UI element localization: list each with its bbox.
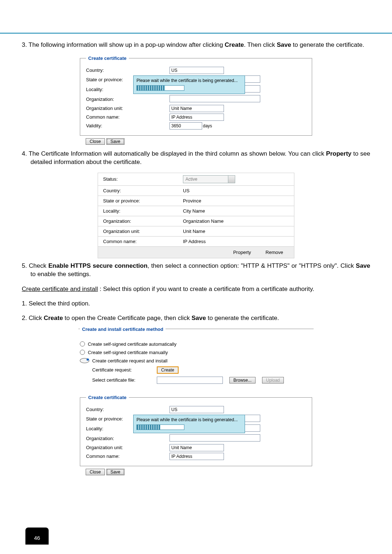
country-input-2[interactable]: US <box>170 406 224 413</box>
step3-text: 3. The following information will show u… <box>22 41 370 49</box>
browse-button[interactable]: Browse... <box>229 377 256 383</box>
step4-property: Property <box>326 150 351 157</box>
cci-step1: 1. Select the third option. <box>22 300 370 308</box>
cert-country-value: US <box>183 188 189 193</box>
locality-label-2: Locality: <box>86 426 137 431</box>
state-label-2: State or province: <box>86 416 137 422</box>
cert-common-value: IP Address <box>183 239 206 244</box>
close-button-2[interactable]: Close <box>86 469 105 475</box>
method-legend: Create and install certificate method <box>80 327 166 332</box>
step5-enable-https: Enable HTTPS secure connection <box>48 262 147 269</box>
validity-label: Validity: <box>86 123 137 128</box>
radio-manual[interactable] <box>80 350 85 355</box>
cert-country-label: Country: <box>103 188 183 193</box>
validity-unit: days <box>203 123 212 128</box>
locality-label: Locality: <box>86 87 137 92</box>
cci-step2-create: Create <box>44 315 63 321</box>
generating-overlay: Please wait while the certificate is bei… <box>133 75 245 94</box>
step3-mid: . Then click <box>244 41 277 48</box>
organization-label-2: Organization: <box>86 436 137 441</box>
orgunit-value-2: Unit Name <box>171 445 192 450</box>
method-opt2-label: Create self-signed certificate manually <box>88 350 168 355</box>
cci-title: Create certificate and install <box>22 286 98 292</box>
organization-input-2[interactable] <box>170 434 260 442</box>
cci-step2-c: to generate the certificate. <box>206 315 279 321</box>
radio-request-install[interactable] <box>80 358 89 363</box>
step3-part: 3. The following information will show u… <box>22 41 225 48</box>
cert-status-value: Active <box>185 177 197 182</box>
progress-bar <box>136 85 184 91</box>
panel2-legend: Create certificate <box>86 395 129 400</box>
cert-state-value: Province <box>183 198 201 204</box>
validity-value: 3650 <box>171 123 181 128</box>
step4-text: 4. The Certificate Information will auto… <box>22 150 370 167</box>
orgunit-input-2[interactable]: Unit Name <box>170 444 224 451</box>
country-value: US <box>171 68 177 73</box>
method-opt3-label: Create certificate request and install <box>92 358 167 364</box>
validity-input[interactable]: 3650 <box>170 122 202 130</box>
cert-org-value: Organization Name <box>183 218 224 224</box>
orgunit-label-2: Organization unit: <box>86 445 137 450</box>
common-name-label-2: Common name: <box>86 454 137 459</box>
step3-create: Create <box>225 41 244 48</box>
cert-status-label: Status: <box>103 176 183 182</box>
organization-input[interactable] <box>170 95 260 102</box>
cert-status-select[interactable]: Active <box>183 175 235 183</box>
organization-label: Organization: <box>86 97 137 102</box>
common-name-input[interactable]: IP Address <box>170 114 224 121</box>
header-band <box>0 0 392 34</box>
remove-button[interactable]: Remove <box>266 250 283 255</box>
overlay-message: Please wait while the certificate is bei… <box>136 78 238 83</box>
step5-part-c: to enable the settings. <box>30 271 91 278</box>
cert-locality-label: Locality: <box>103 208 183 214</box>
orgunit-value: Unit Name <box>171 106 192 111</box>
country-label: Country: <box>86 67 137 73</box>
create-cert-screenshot-2: Create certificate Country: US State or … <box>80 395 312 475</box>
cert-org-label: Organization: <box>103 218 183 224</box>
progress-bar-2 <box>136 424 184 430</box>
create-cert-screenshot-1: Create certificate Country: US State or … <box>80 56 312 145</box>
close-button[interactable]: Close <box>86 138 105 145</box>
cert-locality-value: City Name <box>183 208 205 214</box>
select-file-label: Select certificate file: <box>92 377 150 383</box>
cci-step2-a: 2. Click <box>22 315 44 321</box>
common-name-input-2[interactable]: IP Address <box>170 453 224 460</box>
cci-heading: Create certificate and install : Select … <box>22 285 370 294</box>
cert-common-label: Common name: <box>103 239 183 244</box>
step5-text: 5. Check Enable HTTPS secure connection,… <box>22 262 370 279</box>
cci-desc: : Select this option if you want to crea… <box>98 286 314 292</box>
certificate-info-table: Status: Active Country:US State or provi… <box>98 173 294 258</box>
overlay-message-2: Please wait while the certificate is bei… <box>136 417 238 422</box>
country-input[interactable]: US <box>170 67 224 74</box>
orgunit-input[interactable]: Unit Name <box>170 105 224 112</box>
cert-state-label: State or province: <box>103 198 183 204</box>
save-button[interactable]: Save <box>106 138 124 145</box>
panel1-legend: Create certificate <box>86 56 129 61</box>
common-name-value: IP Address <box>171 115 192 120</box>
country-label-2: Country: <box>86 407 137 412</box>
step5-save: Save <box>356 262 370 269</box>
generating-overlay-2: Please wait while the certificate is bei… <box>133 415 245 433</box>
orgunit-label: Organization unit: <box>86 106 137 111</box>
save-button-2[interactable]: Save <box>106 469 124 475</box>
cert-request-label: Certificate request: <box>92 367 150 373</box>
method-opt1-label: Create self-signed certificate automatic… <box>88 341 176 347</box>
page-number: 46 <box>25 528 49 545</box>
country-value-2: US <box>171 407 177 412</box>
step4-part: 4. The Certificate Information will auto… <box>22 150 326 157</box>
state-label: State or province: <box>86 77 137 82</box>
file-path-input[interactable] <box>157 377 223 384</box>
step3-save: Save <box>277 41 291 48</box>
install-method-panel: Create and install certificate method Cr… <box>78 329 314 390</box>
chevron-down-icon <box>230 178 233 180</box>
step5-part-b: , then select a connection option: "HTTP… <box>147 262 356 269</box>
step3-end: to generate the certificate. <box>291 41 364 48</box>
cci-step2: 2. Click Create to open the Create Certi… <box>22 314 370 323</box>
upload-button[interactable]: Upload <box>262 377 284 383</box>
radio-auto[interactable] <box>80 341 85 346</box>
property-button[interactable]: Property <box>233 250 251 255</box>
cert-orgunit-label: Organization unit: <box>103 229 183 234</box>
create-request-button[interactable]: Create <box>157 366 179 374</box>
cert-orgunit-value: Unit Name <box>183 229 205 234</box>
step5-part-a: 5. Check <box>22 262 48 269</box>
